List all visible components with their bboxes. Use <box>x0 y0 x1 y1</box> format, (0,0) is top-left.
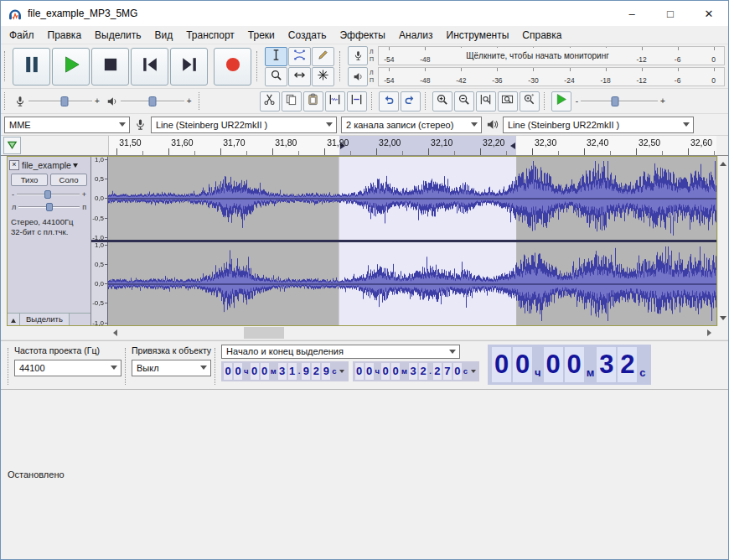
recording-meter[interactable]: ЛП-54-48-42-36-30-24-18-12-60Щёлкните, ч… <box>348 46 725 65</box>
track-name[interactable]: file_example <box>22 160 71 170</box>
play-speed-slider[interactable] <box>581 94 658 109</box>
close-button[interactable]: ✕ <box>690 1 728 26</box>
time-unit-label[interactable]: с <box>463 363 468 380</box>
toolbar-grip[interactable] <box>544 92 547 109</box>
audio-host-select[interactable]: MME <box>4 117 130 133</box>
copy-button[interactable] <box>282 91 302 111</box>
toolbar-grip[interactable] <box>4 92 8 109</box>
time-digit[interactable]: 0 <box>234 363 242 380</box>
pan-slider-thumb[interactable] <box>46 203 53 211</box>
multi-tool[interactable] <box>312 67 334 86</box>
play-speed-slider-thumb[interactable] <box>612 96 619 106</box>
time-unit-label[interactable]: м <box>585 350 597 379</box>
timeshift-tool[interactable] <box>288 67 311 86</box>
trim-audio-button[interactable] <box>325 91 345 111</box>
scroll-left-button[interactable] <box>108 327 122 339</box>
time-digit[interactable]: 9 <box>322 363 330 380</box>
track-menu-button[interactable] <box>73 160 78 170</box>
time-digit[interactable]: 3 <box>409 363 417 380</box>
time-digit[interactable]: 2 <box>419 363 427 380</box>
time-digit[interactable]: 0 <box>453 363 462 380</box>
meter-monitor-hint[interactable]: Щёлкните, чтобы начать мониторинг <box>441 48 634 64</box>
menu-effects[interactable]: Эффекты <box>333 26 392 44</box>
track-collapse-button[interactable] <box>8 314 20 325</box>
draw-tool[interactable] <box>312 47 334 66</box>
silence-audio-button[interactable] <box>347 91 367 111</box>
recording-volume-slider[interactable] <box>28 94 92 109</box>
vertical-scrollbar[interactable] <box>717 156 728 326</box>
time-digit[interactable]: 0 <box>513 347 532 382</box>
time-unit-label[interactable]: ч <box>243 363 250 380</box>
gain-slider[interactable] <box>17 189 80 200</box>
scroll-down-icon[interactable] <box>720 316 726 324</box>
menu-transport[interactable]: Транспорт <box>179 26 241 44</box>
time-digit[interactable]: 0 <box>565 347 584 382</box>
time-unit-label[interactable]: с <box>331 363 337 380</box>
recording-channels-select[interactable]: 2 канала записи (стерео) <box>341 117 482 133</box>
timeline-options-button[interactable] <box>3 137 21 154</box>
maximize-button[interactable]: □ <box>651 1 690 26</box>
toolbar-grip[interactable] <box>8 348 11 385</box>
zoom-selection-button[interactable] <box>476 91 496 111</box>
menu-file[interactable]: Файл <box>3 26 41 44</box>
time-digit[interactable]: 2 <box>433 363 442 380</box>
redo-button[interactable] <box>401 91 421 111</box>
menu-edit[interactable]: Правка <box>41 26 89 44</box>
recording-meter-button[interactable] <box>348 46 368 65</box>
scroll-up-icon[interactable] <box>720 158 726 166</box>
playback-meter[interactable]: ЛП-54-48-42-36-30-24-18-12-60 <box>348 67 725 86</box>
zoom-out-button[interactable] <box>454 91 474 111</box>
time-digit[interactable]: 0 <box>355 363 364 380</box>
zoom-fit-button[interactable] <box>498 91 518 111</box>
menu-select[interactable]: Выделить <box>88 26 147 44</box>
skip-to-end-button[interactable] <box>170 48 208 86</box>
cut-button[interactable] <box>260 91 280 111</box>
selection-mode-select[interactable]: Начало и конец выделения <box>221 345 460 359</box>
time-digit[interactable]: 2 <box>312 363 320 380</box>
toolbar-grip[interactable] <box>425 92 428 109</box>
mute-button[interactable]: Тихо <box>11 174 48 186</box>
playback-volume-slider-thumb[interactable] <box>148 96 156 106</box>
playback-volume-slider[interactable] <box>121 94 184 109</box>
time-unit-label[interactable]: м <box>270 363 277 380</box>
toolbar-grip[interactable] <box>339 51 343 81</box>
menu-view[interactable]: Вид <box>147 26 179 44</box>
vertical-ruler-left[interactable]: 1,00,50,0-0,5-1,0 <box>91 157 108 240</box>
vertical-ruler-right[interactable]: 1,00,50,0-0,5-1,0 <box>91 242 108 325</box>
stop-button[interactable] <box>91 48 129 86</box>
time-digit[interactable]: 2 <box>618 347 637 382</box>
paste-button[interactable] <box>303 91 323 111</box>
selection-end-time-field[interactable]: 00ч00м32.270с <box>353 361 479 381</box>
time-unit-label[interactable]: с <box>638 350 647 379</box>
timeline-ruler[interactable]: 31,5031,6031,7031,8031,9032,0032,1032,20… <box>108 136 716 155</box>
time-digit[interactable]: 1 <box>288 363 297 380</box>
time-digit[interactable]: 0 <box>251 363 259 380</box>
time-field-dropdown-arrow[interactable] <box>338 367 347 376</box>
gain-slider-thumb[interactable] <box>44 190 51 199</box>
toolbar-grip[interactable] <box>125 348 128 385</box>
time-digit[interactable]: 0 <box>391 363 400 380</box>
time-digit[interactable]: 3 <box>278 363 287 380</box>
toolbar-grip[interactable] <box>199 92 202 109</box>
horizontal-scrollbar[interactable] <box>1 326 728 340</box>
time-digit[interactable]: 0 <box>365 363 374 380</box>
zoom-in-button[interactable] <box>432 91 452 111</box>
playback-meter-button[interactable] <box>348 67 368 86</box>
time-unit-label[interactable]: . <box>428 363 432 380</box>
time-unit-label[interactable]: м <box>401 363 408 380</box>
toolbar-grip[interactable] <box>371 92 375 109</box>
selection-start-time-field[interactable]: 00ч00м31.929с <box>221 361 348 381</box>
snap-select[interactable]: Выкл <box>132 360 211 376</box>
time-digit[interactable]: 7 <box>443 363 452 380</box>
time-unit-label[interactable]: ч <box>533 350 543 379</box>
audio-position-display[interactable]: 00ч00м32с <box>488 345 650 385</box>
track-close-button[interactable]: × <box>9 160 19 170</box>
minimize-button[interactable]: – <box>613 1 651 26</box>
menu-analyze[interactable]: Анализ <box>392 26 440 44</box>
time-unit-label[interactable]: . <box>297 363 302 380</box>
scrollbar-thumb[interactable] <box>244 327 284 339</box>
time-digit[interactable]: 0 <box>224 363 232 380</box>
time-digit[interactable]: 0 <box>544 347 563 382</box>
toolbar-grip[interactable] <box>256 51 260 81</box>
record-button[interactable] <box>214 48 251 86</box>
